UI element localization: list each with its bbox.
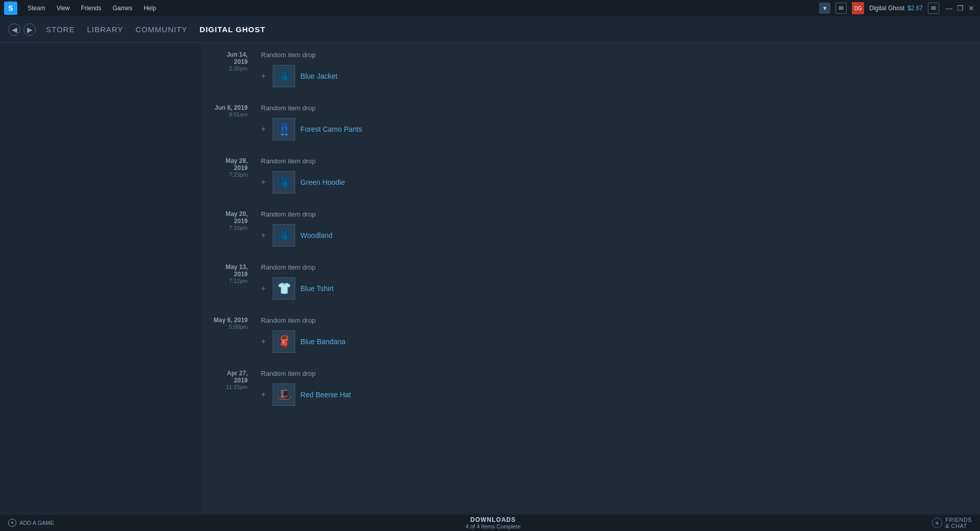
add-game-plus-icon: + — [8, 519, 16, 527]
window-controls: — ❐ ✕ — [944, 4, 976, 13]
feed-date-main-5: May 6, 2019 — [212, 317, 248, 324]
main-feed: Jun 14, 2019 2:30pm Random item drop + 🧥… — [202, 43, 980, 513]
feed-row-3: + 🧥 Woodland — [261, 224, 970, 247]
feed-date-5: May 6, 2019 5:00pm — [212, 317, 253, 353]
close-button[interactable]: ✕ — [967, 4, 976, 13]
feed-item-red-beenie-hat: Apr 27, 2019 11:15pm Random item drop + … — [202, 361, 980, 415]
feed-date-time-5: 5:00pm — [212, 324, 248, 330]
store-btn[interactable]: ▼ — [819, 3, 830, 14]
username: Digital Ghost — [869, 5, 904, 12]
nav-community[interactable]: COMMUNITY — [135, 25, 187, 34]
feed-content-6: Random item drop + 🎩 Red Beenie Hat — [261, 370, 970, 406]
feed-date-time-4: 7:12pm — [212, 278, 248, 284]
feed-date-main-3: May 20, 2019 — [212, 210, 248, 225]
feed-date-0: Jun 14, 2019 2:30pm — [212, 51, 253, 87]
downloads-section: DOWNLOADS 4 of 4 Items Complete — [466, 516, 521, 529]
item-name-6[interactable]: Red Beenie Hat — [300, 391, 351, 399]
feed-row-1: + 👖 Forest Camo Pants — [261, 118, 970, 140]
feed-date-time-1: 9:01am — [212, 111, 248, 117]
feed-plus-0: + — [261, 71, 266, 81]
maximize-button[interactable]: ❐ — [955, 4, 965, 13]
menu-games[interactable]: Games — [111, 4, 135, 13]
feed-row-4: + 👕 Blue Tshirt — [261, 277, 970, 300]
minimize-button[interactable]: — — [944, 4, 953, 13]
item-thumb-1: 👖 — [273, 118, 295, 140]
nav-profile[interactable]: DIGITAL GHOST — [200, 25, 266, 34]
nav-store[interactable]: STORE — [46, 25, 75, 34]
feed-item-blue-jacket: Jun 14, 2019 2:30pm Random item drop + 🧥… — [202, 43, 980, 96]
feed-event-1: Random item drop — [261, 104, 970, 112]
left-sidebar — [0, 43, 202, 513]
feed-date-main-0: Jun 14, 2019 — [212, 51, 248, 65]
feed-date-4: May 13, 2019 7:12pm — [212, 263, 253, 300]
feed-date-main-6: Apr 27, 2019 — [212, 370, 248, 384]
item-name-1[interactable]: Forest Camo Pants — [300, 125, 362, 133]
green-hoodie-icon: 🧥 — [274, 173, 294, 192]
feed-content-2: Random item drop + 🧥 Green Hoodie — [261, 157, 970, 194]
steam-logo: S — [4, 2, 17, 15]
forward-arrow[interactable]: ▶ — [23, 23, 36, 36]
title-bar-menu: Steam View Friends Games Help — [26, 4, 158, 13]
feed-date-3: May 20, 2019 7:15pm — [212, 210, 253, 247]
back-arrow[interactable]: ◀ — [8, 23, 20, 36]
downloads-status: 4 of 4 Items Complete — [466, 523, 521, 529]
title-bar-right: ▼ ✉ DG Digital Ghost $2.67 ✉ — ❐ ✕ — [819, 2, 976, 14]
downloads-title: DOWNLOADS — [466, 516, 521, 523]
feed-content-5: Random item drop + 🧣 Blue Bandana — [261, 317, 970, 353]
friends-chat-label: FRIENDS & CHAT — [945, 517, 972, 529]
item-thumb-6: 🎩 — [273, 383, 295, 406]
add-game-button[interactable]: + ADD A GAME — [8, 519, 54, 527]
menu-help[interactable]: Help — [141, 4, 158, 13]
notification-icon[interactable]: ✉ — [835, 3, 847, 14]
feed-event-5: Random item drop — [261, 317, 970, 324]
feed-date-time-6: 11:15pm — [212, 384, 248, 390]
feed-date-main-4: May 13, 2019 — [212, 263, 248, 278]
user-info: Digital Ghost $2.67 — [869, 5, 923, 12]
item-name-5[interactable]: Blue Bandana — [300, 337, 345, 346]
blue-tshirt-icon: 👕 — [274, 279, 294, 298]
woodland-icon: 🧥 — [274, 226, 294, 245]
feed-date-1: Jun 6, 2019 9:01am — [212, 104, 253, 140]
feed-event-6: Random item drop — [261, 370, 970, 377]
menu-view[interactable]: View — [55, 4, 72, 13]
nav-items: STORE LIBRARY COMMUNITY DIGITAL GHOST — [46, 25, 266, 34]
nav-library[interactable]: LIBRARY — [87, 25, 123, 34]
feed-plus-1: + — [261, 125, 266, 134]
friends-chat-icon: + — [932, 518, 942, 528]
feed-item-blue-bandana: May 6, 2019 5:00pm Random item drop + 🧣 … — [202, 308, 980, 361]
blue-jacket-icon: 🧥 — [274, 66, 294, 86]
nav-bar: ◀ ▶ STORE LIBRARY COMMUNITY DIGITAL GHOS… — [0, 16, 980, 43]
bottom-bar: + ADD A GAME DOWNLOADS 4 of 4 Items Comp… — [0, 515, 980, 531]
feed-date-time-3: 7:15pm — [212, 225, 248, 231]
forest-camo-pants-icon: 👖 — [274, 119, 294, 139]
feed-content-4: Random item drop + 👕 Blue Tshirt — [261, 263, 970, 300]
menu-steam[interactable]: Steam — [26, 4, 47, 13]
item-thumb-2: 🧥 — [273, 171, 295, 194]
item-thumb-3: 🧥 — [273, 224, 295, 247]
feed-event-4: Random item drop — [261, 263, 970, 271]
feed-date-time-0: 2:30pm — [212, 65, 248, 71]
feed-plus-6: + — [261, 390, 266, 399]
nav-arrows: ◀ ▶ — [8, 23, 36, 36]
feed-content-3: Random item drop + 🧥 Woodland — [261, 210, 970, 247]
feed-date-time-2: 7:23pm — [212, 172, 248, 178]
feed-date-main-1: Jun 6, 2019 — [212, 104, 248, 111]
item-name-0[interactable]: Blue Jacket — [300, 72, 337, 80]
feed-item-blue-tshirt: May 13, 2019 7:12pm Random item drop + 👕… — [202, 255, 980, 308]
balance: $2.67 — [907, 5, 923, 12]
item-thumb-4: 👕 — [273, 277, 295, 300]
feed-plus-2: + — [261, 178, 266, 187]
item-name-4[interactable]: Blue Tshirt — [300, 284, 333, 293]
item-name-3[interactable]: Woodland — [300, 231, 332, 239]
feed-date-2: May 28, 2019 7:23pm — [212, 157, 253, 194]
feed-event-3: Random item drop — [261, 210, 970, 218]
menu-friends[interactable]: Friends — [79, 4, 103, 13]
item-name-2[interactable]: Green Hoodie — [300, 178, 345, 186]
friends-chat-button[interactable]: + FRIENDS & CHAT — [932, 517, 972, 529]
avatar: DG — [852, 2, 864, 14]
add-game-label: ADD A GAME — [19, 520, 54, 526]
feed-event-2: Random item drop — [261, 157, 970, 165]
mail-icon[interactable]: ✉ — [928, 3, 939, 14]
feed-row-2: + 🧥 Green Hoodie — [261, 171, 970, 194]
feed-item-woodland: May 20, 2019 7:15pm Random item drop + 🧥… — [202, 202, 980, 255]
